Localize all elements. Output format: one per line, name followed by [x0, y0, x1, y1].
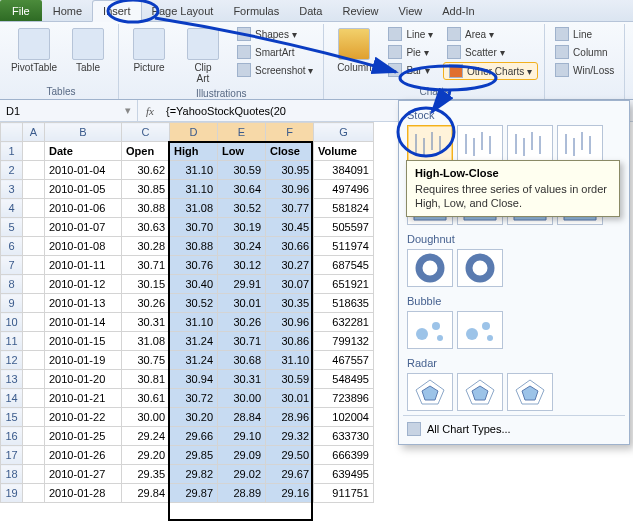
cell[interactable]: [23, 218, 45, 237]
row-header[interactable]: 12: [1, 351, 23, 370]
cell[interactable]: 30.68: [218, 351, 266, 370]
all-chart-types-button[interactable]: All Chart Types...: [403, 415, 625, 440]
cell[interactable]: [23, 256, 45, 275]
cell[interactable]: 29.82: [170, 465, 218, 484]
row-header[interactable]: 1: [1, 142, 23, 161]
screenshot-button[interactable]: Screenshot ▾: [233, 62, 317, 78]
cell[interactable]: 30.81: [122, 370, 170, 389]
cell[interactable]: 30.59: [218, 161, 266, 180]
row-header[interactable]: 8: [1, 275, 23, 294]
tab-home[interactable]: Home: [43, 0, 92, 21]
gallery-item-radar-filled[interactable]: [507, 373, 553, 411]
col-header[interactable]: C: [122, 123, 170, 142]
picture-button[interactable]: Picture: [125, 26, 173, 75]
row-header[interactable]: 5: [1, 218, 23, 237]
cell[interactable]: 30.70: [170, 218, 218, 237]
cell[interactable]: 29.16: [266, 484, 314, 503]
sheet-table[interactable]: A B C D E F G 1DateOpenHighLowCloseVolum…: [0, 122, 374, 503]
cell[interactable]: 29.66: [170, 427, 218, 446]
cell[interactable]: [23, 275, 45, 294]
cell[interactable]: [23, 142, 45, 161]
cell[interactable]: 30.64: [218, 180, 266, 199]
cell[interactable]: 30.63: [122, 218, 170, 237]
cell[interactable]: Open: [122, 142, 170, 161]
col-header[interactable]: B: [45, 123, 122, 142]
cell[interactable]: 30.45: [266, 218, 314, 237]
cell[interactable]: 31.10: [266, 351, 314, 370]
row-header[interactable]: 17: [1, 446, 23, 465]
cell[interactable]: 30.40: [170, 275, 218, 294]
cell[interactable]: 548495: [314, 370, 374, 389]
cell[interactable]: [23, 180, 45, 199]
cell[interactable]: 911751: [314, 484, 374, 503]
cell[interactable]: 2010-01-06: [45, 199, 122, 218]
cell[interactable]: 639495: [314, 465, 374, 484]
cell[interactable]: 2010-01-27: [45, 465, 122, 484]
other-charts-button[interactable]: Other Charts ▾: [443, 62, 538, 80]
cell[interactable]: Close: [266, 142, 314, 161]
cell[interactable]: 31.10: [170, 161, 218, 180]
gallery-item-bubble[interactable]: [407, 311, 453, 349]
cell[interactable]: 29.87: [170, 484, 218, 503]
row-header[interactable]: 13: [1, 370, 23, 389]
cell[interactable]: 31.08: [122, 332, 170, 351]
cell[interactable]: 30.77: [266, 199, 314, 218]
tab-review[interactable]: Review: [332, 0, 388, 21]
cell[interactable]: 30.52: [170, 294, 218, 313]
cell[interactable]: 30.01: [218, 294, 266, 313]
cell[interactable]: 30.66: [266, 237, 314, 256]
col-header[interactable]: E: [218, 123, 266, 142]
cell[interactable]: [23, 351, 45, 370]
cell[interactable]: 30.62: [122, 161, 170, 180]
cell[interactable]: 29.67: [266, 465, 314, 484]
cell[interactable]: 2010-01-05: [45, 180, 122, 199]
row-header[interactable]: 9: [1, 294, 23, 313]
cell[interactable]: 632281: [314, 313, 374, 332]
cell[interactable]: 30.00: [218, 389, 266, 408]
column-chart-button[interactable]: Column: [330, 26, 378, 75]
cell[interactable]: 30.31: [122, 313, 170, 332]
gallery-item-stock-hlc[interactable]: [407, 125, 453, 163]
cell[interactable]: 30.86: [266, 332, 314, 351]
cell[interactable]: 30.75: [122, 351, 170, 370]
cell[interactable]: [23, 313, 45, 332]
cell[interactable]: [23, 370, 45, 389]
tab-file[interactable]: File: [0, 0, 42, 21]
cell[interactable]: 2010-01-15: [45, 332, 122, 351]
gallery-item-stock-vhlc[interactable]: [507, 125, 553, 163]
gallery-item-stock-ohlc[interactable]: [457, 125, 503, 163]
table-button[interactable]: Table: [64, 26, 112, 75]
cell[interactable]: 2010-01-21: [45, 389, 122, 408]
cell[interactable]: [23, 446, 45, 465]
cell[interactable]: 29.10: [218, 427, 266, 446]
cell[interactable]: 799132: [314, 332, 374, 351]
cell[interactable]: [23, 332, 45, 351]
row-header[interactable]: 4: [1, 199, 23, 218]
row-header[interactable]: 16: [1, 427, 23, 446]
cell[interactable]: 30.28: [122, 237, 170, 256]
cell[interactable]: 31.08: [170, 199, 218, 218]
fx-icon[interactable]: fx: [138, 105, 162, 117]
cell[interactable]: [23, 484, 45, 503]
cell[interactable]: 31.24: [170, 351, 218, 370]
row-header[interactable]: 7: [1, 256, 23, 275]
select-all-corner[interactable]: [1, 123, 23, 142]
cell[interactable]: High: [170, 142, 218, 161]
cell[interactable]: 2010-01-26: [45, 446, 122, 465]
col-header[interactable]: D: [170, 123, 218, 142]
sparkline-line-button[interactable]: Line: [551, 26, 618, 42]
row-header[interactable]: 10: [1, 313, 23, 332]
cell[interactable]: 28.96: [266, 408, 314, 427]
cell[interactable]: 30.76: [170, 256, 218, 275]
cell[interactable]: 518635: [314, 294, 374, 313]
row-header[interactable]: 18: [1, 465, 23, 484]
row-header[interactable]: 19: [1, 484, 23, 503]
cell[interactable]: 687545: [314, 256, 374, 275]
pivottable-button[interactable]: PivotTable: [10, 26, 58, 75]
tab-page-layout[interactable]: Page Layout: [142, 0, 224, 21]
cell[interactable]: 2010-01-14: [45, 313, 122, 332]
cell[interactable]: 2010-01-28: [45, 484, 122, 503]
cell[interactable]: 2010-01-08: [45, 237, 122, 256]
cell[interactable]: 30.71: [122, 256, 170, 275]
gallery-item-stock-vohlc[interactable]: [557, 125, 603, 163]
